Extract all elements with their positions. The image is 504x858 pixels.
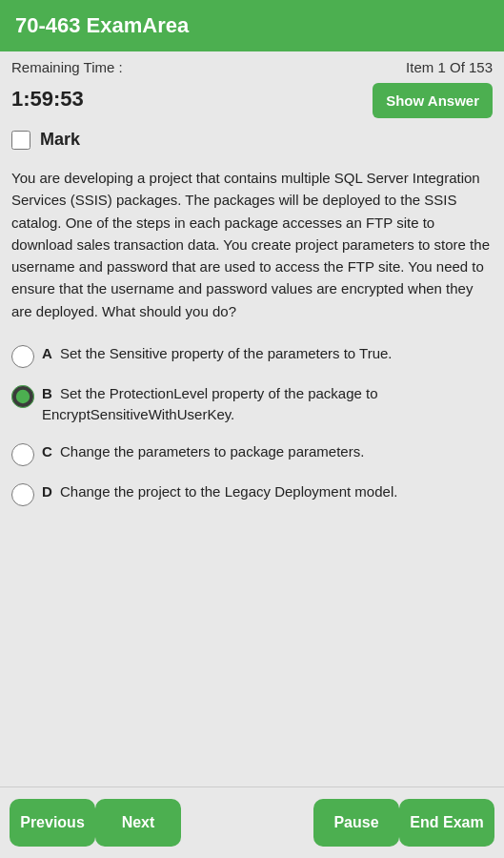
option-text-a: A Set the Sensitive property of the para… xyxy=(42,343,393,365)
bottom-nav: Previous Next Pause End Exam xyxy=(0,786,504,858)
option-radio-a[interactable] xyxy=(11,345,34,368)
next-button[interactable]: Next xyxy=(95,799,181,847)
mark-checkbox[interactable] xyxy=(11,131,30,150)
pause-button[interactable]: Pause xyxy=(313,799,399,847)
option-radio-b[interactable] xyxy=(11,385,34,408)
option-text-b: B Set the ProtectionLevel property of th… xyxy=(42,383,493,426)
item-label: Item 1 Of 153 xyxy=(406,59,493,75)
option-b[interactable]: B Set the ProtectionLevel property of th… xyxy=(8,378,496,432)
option-d[interactable]: D Change the project to the Legacy Deplo… xyxy=(8,476,496,512)
remaining-label: Remaining Time : xyxy=(11,59,123,75)
mark-row: Mark xyxy=(0,126,504,157)
info-bar: Remaining Time : Item 1 Of 153 xyxy=(0,51,504,79)
show-answer-button[interactable]: Show Answer xyxy=(373,83,493,118)
app-title: 70-463 ExamArea xyxy=(15,13,189,37)
end-exam-button[interactable]: End Exam xyxy=(399,799,494,847)
mark-label: Mark xyxy=(40,130,80,150)
previous-button[interactable]: Previous xyxy=(10,799,95,847)
option-text-d: D Change the project to the Legacy Deplo… xyxy=(42,481,397,503)
option-c[interactable]: C Change the parameters to package param… xyxy=(8,436,496,472)
timer-display: 1:59:53 xyxy=(11,83,84,112)
option-text-c: C Change the parameters to package param… xyxy=(42,441,364,463)
app-header: 70-463 ExamArea xyxy=(0,0,504,51)
options-container: A Set the Sensitive property of the para… xyxy=(0,337,504,786)
option-a[interactable]: A Set the Sensitive property of the para… xyxy=(8,337,496,374)
option-radio-d[interactable] xyxy=(11,483,34,506)
question-text: You are developing a project that contai… xyxy=(0,157,504,337)
timer-row: 1:59:53 Show Answer xyxy=(0,79,504,126)
option-radio-c[interactable] xyxy=(11,443,34,466)
